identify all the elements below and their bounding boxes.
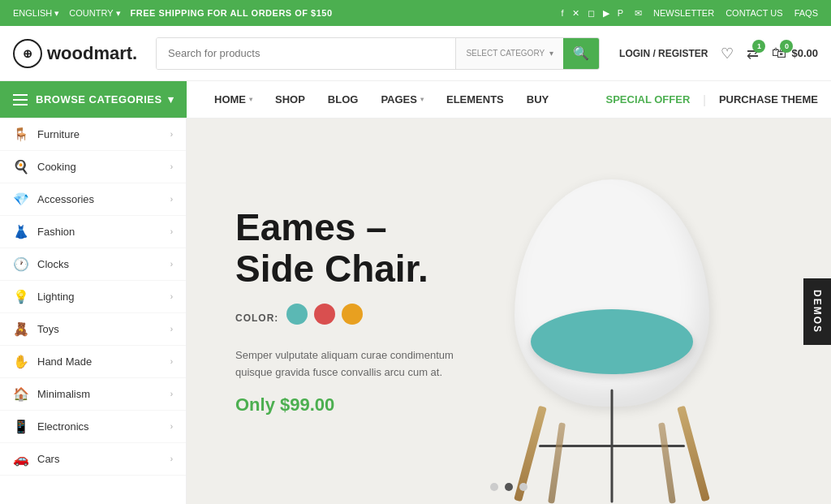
top-bar: ENGLISH ▾ COUNTRY ▾ FREE SHIPPING FOR AL… (0, 0, 831, 26)
clocks-arrow-icon: › (170, 260, 173, 269)
cars-icon: 🚗 (13, 451, 29, 467)
swatch-red[interactable] (314, 304, 335, 325)
nav-links: HOME ▾ SHOP BLOG PAGES ▾ ELEMENTS BUY (187, 81, 576, 118)
sidebar-label-toys: Toys (37, 323, 59, 335)
hero-color-label: COLOR: (235, 312, 278, 324)
swatch-yellow[interactable] (342, 304, 363, 325)
shipping-notice: FREE SHIPPING FOR ALL ORDERS OF $150 (131, 8, 333, 18)
faqs-link[interactable]: FAQS (794, 8, 818, 18)
login-register-link[interactable]: LOGIN / REGISTER (619, 48, 708, 59)
sidebar-item-cooking[interactable]: 🍳 Cooking › (0, 151, 186, 183)
hero-description: Semper vulputate aliquam curae condiment… (235, 347, 463, 381)
wishlist-icon[interactable]: ♡ (721, 45, 734, 62)
hero-price: Only $99.00 (235, 394, 560, 416)
sidebar-item-clocks[interactable]: 🕐 Clocks › (0, 248, 186, 281)
cart-price: $0.00 (791, 47, 818, 59)
sidebar-item-handmade[interactable]: ✋ Hand Made › (0, 346, 186, 378)
nav-home[interactable]: HOME ▾ (203, 81, 264, 118)
nav-shop[interactable]: SHOP (264, 81, 316, 118)
newsletter-link[interactable]: NEWSLETTER (653, 8, 714, 18)
sidebar-label-minimalism: Minimalism (37, 388, 90, 400)
search-input[interactable] (157, 38, 455, 69)
browse-chevron-icon: ▾ (168, 93, 174, 106)
nav-buy[interactable]: BUY (515, 81, 560, 118)
clocks-icon: 🕐 (13, 256, 29, 272)
sidebar-item-cars[interactable]: 🚗 Cars › (0, 443, 186, 476)
accessories-icon: 💎 (13, 192, 29, 207)
electronics-arrow-icon: › (170, 422, 173, 431)
electronics-icon: 📱 (13, 419, 29, 434)
sidebar-label-furniture: Furniture (37, 128, 80, 140)
browse-categories-button[interactable]: BROWSE CATEGORIES ▾ (0, 81, 187, 118)
handmade-arrow-icon: › (170, 357, 173, 366)
pages-arrow-icon: ▾ (420, 96, 424, 103)
hero: Eames –Side Chair. COLOR: Semper vulputa… (187, 118, 831, 504)
twitter-icon[interactable]: ✕ (572, 8, 579, 19)
purchase-theme-link[interactable]: PURCHASE THEME (706, 93, 831, 106)
facebook-icon[interactable]: f (562, 8, 564, 19)
minimalism-arrow-icon: › (170, 390, 173, 398)
dot-1[interactable] (490, 483, 498, 491)
search-bar: SELECT CATEGORY ▾ 🔍 (156, 37, 600, 70)
cooking-icon: 🍳 (13, 159, 29, 174)
hero-area: Eames –Side Chair. COLOR: Semper vulputa… (187, 118, 831, 504)
sidebar-label-clocks: Clocks (37, 258, 69, 270)
search-icon: 🔍 (573, 45, 589, 61)
nav-elements[interactable]: ELEMENTS (435, 81, 515, 118)
hero-color-row: COLOR: (235, 304, 560, 338)
cart-button[interactable]: 🛍 0 $0.00 (772, 45, 818, 62)
category-select[interactable]: SELECT CATEGORY ▾ (455, 38, 563, 69)
lighting-icon: 💡 (13, 289, 29, 304)
hero-text: Eames –Side Chair. COLOR: Semper vulputa… (187, 174, 609, 448)
sidebar-label-fashion: Fashion (37, 226, 75, 238)
logo-text: woodmart. (47, 43, 137, 64)
sidebar-item-fashion[interactable]: 👗 Fashion › (0, 216, 186, 248)
minimalism-icon: 🏠 (13, 386, 29, 402)
furniture-icon: 🪑 (13, 127, 29, 142)
main-layout: 🪑 Furniture › 🍳 Cooking › 💎 Accessories … (0, 118, 831, 504)
search-button[interactable]: 🔍 (563, 38, 599, 69)
compare-button[interactable]: ⇄ 1 (747, 45, 759, 62)
compare-badge: 1 (752, 40, 765, 53)
fashion-icon: 👗 (13, 224, 29, 239)
contact-link[interactable]: CONTACT US (726, 8, 783, 18)
special-offer-link[interactable]: SPECIAL OFFER (593, 93, 704, 106)
chevron-down-icon: ▾ (549, 49, 553, 58)
demos-button[interactable]: DEMOS (803, 278, 831, 344)
sidebar-item-accessories[interactable]: 💎 Accessories › (0, 183, 186, 216)
sidebar-label-handmade: Hand Made (37, 355, 92, 368)
youtube-icon[interactable]: ▶ (603, 8, 609, 19)
furniture-arrow-icon: › (170, 130, 173, 139)
top-bar-left: ENGLISH ▾ COUNTRY ▾ FREE SHIPPING FOR AL… (13, 8, 333, 19)
dot-3[interactable] (519, 483, 527, 491)
sidebar-item-furniture[interactable]: 🪑 Furniture › (0, 118, 186, 151)
newsletter-icon: ✉ (635, 8, 642, 19)
chair-leg-back-right (658, 422, 676, 503)
swatch-teal[interactable] (286, 304, 308, 325)
cars-arrow-icon: › (170, 454, 173, 463)
language-selector[interactable]: ENGLISH ▾ (13, 8, 59, 19)
select-category-label: SELECT CATEGORY (466, 49, 545, 58)
toys-icon: 🧸 (13, 321, 29, 337)
sidebar-label-cooking: Cooking (37, 161, 76, 173)
nav-blog[interactable]: BLOG (316, 81, 370, 118)
hero-title: Eames –Side Chair. (235, 207, 560, 289)
logo[interactable]: ⊕ woodmart. (13, 39, 143, 68)
country-selector[interactable]: COUNTRY ▾ (69, 8, 120, 19)
cooking-arrow-icon: › (170, 162, 173, 171)
sidebar-item-electronics[interactable]: 📱 Electronics › (0, 411, 186, 443)
pinterest-icon[interactable]: P (618, 8, 623, 19)
dot-2[interactable] (505, 483, 513, 491)
color-swatches (286, 304, 363, 325)
home-arrow-icon: ▾ (249, 96, 252, 103)
accessories-arrow-icon: › (170, 195, 173, 204)
header-right: LOGIN / REGISTER ♡ ⇄ 1 🛍 0 $0.00 (619, 45, 818, 62)
sidebar-item-lighting[interactable]: 💡 Lighting › (0, 281, 186, 313)
nav-bar: BROWSE CATEGORIES ▾ HOME ▾ SHOP BLOG PAG… (0, 81, 831, 118)
instagram-icon[interactable]: ◻ (588, 8, 595, 19)
social-icons: f ✕ ◻ ▶ P (562, 8, 623, 19)
nav-pages[interactable]: PAGES ▾ (369, 81, 435, 118)
sidebar-item-minimalism[interactable]: 🏠 Minimalism › (0, 378, 186, 411)
cross-support-v (611, 390, 614, 503)
sidebar-item-toys[interactable]: 🧸 Toys › (0, 313, 186, 346)
